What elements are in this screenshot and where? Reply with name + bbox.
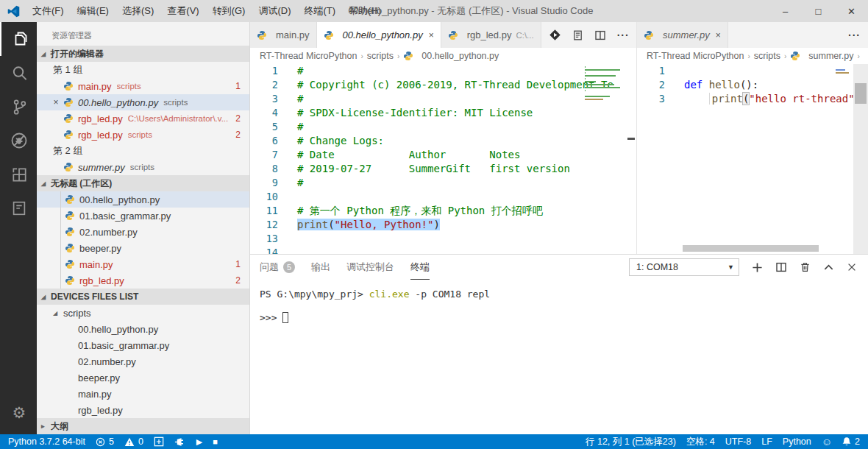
statusbar-stop-program[interactable]: ■ bbox=[207, 434, 223, 449]
terminal-text: PS G:\mpy\mpy_prj> bbox=[260, 289, 369, 300]
tab-summer.py[interactable]: summer.py× bbox=[637, 22, 728, 48]
menu-5[interactable]: 调试(D) bbox=[252, 0, 297, 22]
statusbar-indentation[interactable]: 空格: 4 bbox=[681, 434, 720, 449]
breadcrumb-item[interactable]: RT-Thread MicroPython bbox=[647, 51, 744, 61]
menu-1[interactable]: 编辑(E) bbox=[71, 0, 115, 22]
tab-rgb_led.py[interactable]: rgb_led.pyC:\... bbox=[441, 22, 541, 48]
horizontal-scrollbar[interactable] bbox=[683, 245, 819, 252]
section-workspace[interactable]: ◢无标题 (工作区) bbox=[37, 175, 249, 191]
workspace-file[interactable]: rgb_led.py2 bbox=[37, 272, 249, 289]
maximize-button[interactable]: □ bbox=[802, 0, 835, 22]
chevron-up-button[interactable] bbox=[823, 262, 834, 273]
statusbar-eol[interactable]: LF bbox=[756, 434, 778, 449]
more-button[interactable]: ··· bbox=[848, 29, 861, 41]
workspace-file[interactable]: 00.hello_python.py bbox=[37, 191, 249, 208]
devices-file[interactable]: 00.hello_python.py bbox=[37, 321, 249, 337]
statusbar-connect-device[interactable] bbox=[169, 434, 191, 449]
code-line: 3# bbox=[250, 92, 636, 106]
section-open-editors[interactable]: ◢打开的编辑器 bbox=[37, 46, 249, 62]
open-editor-item[interactable]: rgb_led.pyC:\Users\Administrator\.v...2 bbox=[37, 110, 249, 127]
trash-button[interactable] bbox=[800, 261, 811, 273]
statusbar-problems-errors[interactable]: 5 bbox=[90, 434, 119, 449]
menu-6[interactable]: 终端(T) bbox=[297, 0, 342, 22]
minimap[interactable] bbox=[585, 66, 625, 107]
menu-0[interactable]: 文件(F) bbox=[26, 0, 71, 22]
open-editor-item[interactable]: main.pyscripts1 bbox=[37, 78, 249, 94]
line-number: 2 bbox=[250, 78, 278, 92]
tab-00.hello_python.py[interactable]: 00.hello_python.py× bbox=[317, 22, 441, 48]
activitybar-source-control[interactable] bbox=[0, 90, 37, 124]
close-icon[interactable]: × bbox=[716, 30, 721, 40]
statusbar-notifications[interactable]: 2 bbox=[837, 434, 865, 449]
breadcrumb-item[interactable]: summer.py bbox=[808, 51, 853, 61]
terminal-select[interactable]: 1: COM18 ▼ bbox=[629, 258, 739, 276]
code-editor[interactable]: 12def hello():3 print("hello rt-thread" bbox=[637, 64, 868, 254]
sidebar-explorer: 资源管理器 ◢打开的编辑器第 1 组main.pyscripts1×00.hel… bbox=[37, 22, 250, 434]
report-button[interactable] bbox=[572, 29, 583, 41]
breadcrumb-item[interactable]: scripts bbox=[754, 51, 780, 61]
more-button[interactable]: ··· bbox=[617, 29, 630, 41]
breadcrumb-item[interactable]: RT-Thread MicroPython bbox=[260, 51, 357, 61]
close-icon[interactable]: × bbox=[49, 97, 63, 107]
statusbar-problems-warnings[interactable]: 0 bbox=[119, 434, 149, 449]
activitybar-debug[interactable] bbox=[0, 124, 37, 158]
split-panel-button[interactable] bbox=[775, 261, 787, 273]
minimize-button[interactable]: – bbox=[769, 0, 802, 22]
statusbar-encoding[interactable]: UTF-8 bbox=[720, 434, 756, 449]
menu-2[interactable]: 选择(S) bbox=[115, 0, 160, 22]
statusbar-run-program[interactable]: ▶ bbox=[191, 434, 207, 449]
open-editor-item[interactable]: ×00.hello_python.pyscripts bbox=[37, 94, 249, 110]
activitybar-extensions[interactable] bbox=[0, 158, 37, 191]
activitybar-manage[interactable]: ⚙ bbox=[0, 396, 37, 430]
minimap-line bbox=[585, 99, 603, 100]
statusbar-download-board[interactable] bbox=[149, 434, 169, 449]
close-button[interactable] bbox=[847, 262, 857, 272]
section-devices-files-list[interactable]: ◢DEVICES FILES LIST bbox=[37, 289, 249, 305]
tab-main.py[interactable]: main.py bbox=[250, 22, 317, 48]
workspace-file[interactable]: beeper.py bbox=[37, 240, 249, 256]
vertical-scrollbar[interactable] bbox=[853, 64, 868, 254]
statusbar-feedback[interactable]: ☺ bbox=[817, 434, 837, 449]
menu-4[interactable]: 转到(G) bbox=[206, 0, 252, 22]
workspace-file[interactable]: main.py1 bbox=[37, 256, 249, 272]
close-icon[interactable]: × bbox=[429, 30, 434, 40]
devices-file[interactable]: rgb_led.py bbox=[37, 402, 249, 418]
statusbar-cursor-position[interactable]: 行 12, 列 1 (已选择23) bbox=[580, 434, 681, 449]
activitybar-search[interactable] bbox=[0, 56, 37, 90]
workspace-file[interactable]: 02.number.py bbox=[37, 224, 249, 240]
menu-3[interactable]: 查看(V) bbox=[160, 0, 205, 22]
code-editor[interactable]: 1#2# Copyright (c) 2006-2019, RT-Thread … bbox=[250, 64, 636, 254]
breadcrumb-item[interactable]: scripts bbox=[367, 51, 394, 61]
breadcrumb-item[interactable]: 00.hello_python.py bbox=[421, 51, 499, 61]
sidebar-title: 资源管理器 bbox=[37, 22, 249, 46]
activitybar-explorer[interactable] bbox=[0, 22, 37, 56]
devices-file[interactable]: 02.number.py bbox=[37, 353, 249, 370]
panel-tab-终端[interactable]: 终端 bbox=[410, 255, 430, 280]
terminal-output[interactable]: PS G:\mpy\mpy_prj> cli.exe -p COM18 repl… bbox=[250, 280, 868, 434]
run-diamond-button[interactable] bbox=[549, 29, 561, 41]
devices-file[interactable]: beeper.py bbox=[37, 370, 249, 386]
panel-tab-调试控制台[interactable]: 调试控制台 bbox=[346, 255, 394, 280]
scrollbar-slider[interactable] bbox=[855, 83, 867, 104]
devices-folder-scripts[interactable]: ◢scripts bbox=[37, 305, 249, 321]
minimap[interactable] bbox=[836, 66, 852, 75]
activitybar-rt-thread-view[interactable] bbox=[0, 191, 37, 225]
open-editor-item[interactable]: rgb_led.pyscripts2 bbox=[37, 127, 249, 143]
chevron-down-icon: ▼ bbox=[728, 264, 734, 271]
workspace-file[interactable]: 01.basic_grammar.py bbox=[37, 208, 249, 224]
panel-tab-问题[interactable]: 问题5 bbox=[260, 255, 295, 280]
split-editor-button[interactable] bbox=[594, 29, 606, 41]
statusbar-python-version[interactable]: Python 3.7.2 64-bit bbox=[3, 434, 90, 449]
section-outline[interactable]: ▸大纲 bbox=[37, 418, 249, 434]
problem-badge: 2 bbox=[235, 275, 241, 286]
open-editor-item[interactable]: summer.pyscripts bbox=[37, 159, 249, 175]
devices-file[interactable]: main.py bbox=[37, 386, 249, 402]
vertical-scrollbar[interactable] bbox=[625, 64, 636, 254]
statusbar-language-mode[interactable]: Python bbox=[778, 434, 817, 449]
devices-file[interactable]: 01.basic_grammar.py bbox=[37, 337, 249, 353]
close-button[interactable]: ✕ bbox=[835, 0, 868, 22]
panel-tab-输出[interactable]: 输出 bbox=[311, 255, 330, 280]
add-button[interactable] bbox=[752, 262, 763, 273]
file-name: main.py bbox=[79, 259, 113, 270]
python-file-icon bbox=[63, 162, 74, 172]
